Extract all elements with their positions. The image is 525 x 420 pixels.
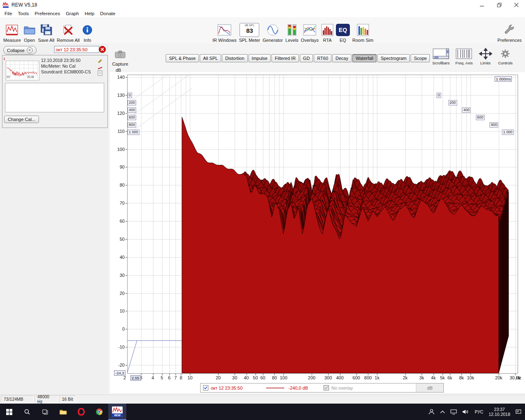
tab-waterfall[interactable]: Waterfall: [352, 54, 377, 62]
minimize-button[interactable]: [473, 0, 491, 10]
toolbar-room-sim[interactable]: Room Sim: [352, 19, 373, 43]
toolbar-label: Save All: [38, 38, 55, 43]
toolbar-label: RTA: [323, 38, 331, 43]
tab-decay[interactable]: Decay: [332, 54, 352, 62]
y-tick-label: 0: [108, 326, 125, 331]
y-tick-label: 100: [108, 147, 125, 152]
toolbar-open[interactable]: Open: [23, 19, 36, 43]
delete-measurement-button[interactable]: [99, 46, 106, 53]
rew-taskbar-button[interactable]: REW: [108, 404, 126, 420]
volume-icon[interactable]: [462, 409, 469, 414]
legend-checkbox[interactable]: [203, 385, 208, 390]
task-view-button[interactable]: [36, 404, 54, 420]
bottom-db-limit-box[interactable]: -24,3: [114, 370, 126, 376]
graph-tool-scrollbars[interactable]: Scrollbars: [432, 48, 450, 65]
trace-color-icon[interactable]: [98, 64, 103, 70]
time-tick-label-left: 200: [128, 100, 136, 105]
toolbar-measure[interactable]: Measure: [3, 19, 21, 43]
wrench-icon: [503, 22, 516, 38]
status-cell-1: 48000 Hz: [34, 395, 58, 403]
time-range-box[interactable]: 1 000ms: [495, 76, 512, 82]
change-cal-button[interactable]: Change Cal...: [4, 116, 39, 123]
eq-icon: EQ: [336, 22, 350, 38]
pencil-icon[interactable]: [98, 57, 103, 63]
toolbar-ir-windows[interactable]: IR Windows: [212, 19, 237, 43]
tab-rt60[interactable]: RT60: [314, 54, 331, 62]
tab-filtered-ir[interactable]: Filtered IR: [272, 54, 299, 62]
chrome-button[interactable]: [90, 404, 108, 420]
time-tick-label-right: 0: [436, 93, 441, 98]
toolbar-eq[interactable]: EQEQ: [336, 19, 350, 43]
main-toolbar: MeasureOpenSave AllRemove AllInfo IR Win…: [0, 17, 525, 44]
toolbar-overlays[interactable]: Overlays: [301, 19, 319, 43]
left-freq-limit-box[interactable]: 2,55: [130, 375, 141, 381]
x-tick-label: 20: [209, 375, 227, 380]
notes-area[interactable]: [5, 83, 104, 112]
display-icon[interactable]: [450, 409, 457, 415]
measure-icon: [6, 22, 18, 38]
waterfall-plot-canvas[interactable]: [110, 73, 525, 388]
toolbar-generator[interactable]: Generator: [262, 19, 283, 43]
measurement-name-input[interactable]: [54, 46, 99, 53]
collapse-button[interactable]: Collapse «: [3, 46, 37, 55]
tab-scope[interactable]: Scope: [411, 54, 430, 62]
tab-spectrogram[interactable]: Spectrogram: [377, 54, 410, 62]
opera-button[interactable]: [72, 404, 90, 420]
window-title: REW V5,18: [11, 2, 37, 8]
toolbar-save-all[interactable]: Save All: [38, 19, 55, 43]
legend-bar: окт 12 23:35:50 -240,0 dB No overlay dB: [200, 383, 444, 393]
toolbar-spl-meter[interactable]: dB SPL83SPL Meter: [239, 19, 260, 43]
graph-tool-limits[interactable]: Limits: [479, 48, 493, 65]
measurement-mic: Mic/Meter: No Cal: [41, 64, 96, 68]
close-button[interactable]: [508, 0, 525, 10]
time-tick-label-left: 800: [128, 122, 136, 128]
menu-file[interactable]: File: [2, 11, 15, 16]
scrollbars-icon: [433, 48, 449, 60]
start-button[interactable]: [0, 404, 18, 420]
status-bar: 73/124MB48000 Hz16 Bit: [0, 395, 525, 404]
measurement-index: 1: [3, 57, 5, 61]
measurement-thumbnail[interactable]: [6, 61, 39, 80]
toolbar-info[interactable]: Info: [82, 19, 93, 43]
spl-meter-display: dB SPL83: [240, 23, 259, 37]
menu-donate[interactable]: Donate: [97, 11, 118, 16]
info-icon: [82, 22, 93, 38]
legend-measurement-name: окт 12 23:35:50: [211, 386, 242, 390]
tab-spl-phase[interactable]: SPL & Phase: [166, 54, 199, 62]
menu-tools[interactable]: Tools: [15, 11, 32, 16]
collapse-chevron-icon: «: [27, 47, 33, 53]
menu-help[interactable]: Help: [82, 11, 97, 16]
toolbar-rta[interactable]: RTA: [321, 19, 333, 43]
tab-all-spl[interactable]: All SPL: [200, 54, 221, 62]
taskbar-clock[interactable]: 23:3712.10.2018: [488, 407, 510, 417]
restore-button[interactable]: [491, 0, 508, 10]
search-button[interactable]: [18, 404, 36, 420]
tab-distortion[interactable]: Distortion: [222, 54, 247, 62]
tab-impulse[interactable]: Impulse: [249, 54, 271, 62]
no-overlay-checkbox[interactable]: [324, 385, 329, 390]
legend-level: -240,0 dB: [288, 386, 308, 390]
language-indicator[interactable]: РУС: [475, 409, 483, 414]
time-tick-label-right: 800: [490, 122, 498, 128]
tab-gd[interactable]: GD: [300, 54, 313, 62]
toolbar-levels[interactable]: Levels: [285, 19, 299, 43]
toolbar-label: Overlays: [301, 38, 319, 43]
graph-tool-controls[interactable]: Controls: [498, 48, 513, 65]
action-center-icon[interactable]: [516, 409, 522, 415]
toolbar-label: Generator: [262, 38, 283, 43]
file-explorer-button[interactable]: [54, 404, 72, 420]
rta-icon: [321, 22, 333, 38]
menu-graph[interactable]: Graph: [63, 11, 82, 16]
x-tick-label: 400: [331, 375, 349, 380]
toolbar-preferences[interactable]: Preferences: [498, 19, 522, 43]
graph-tool-freq-axis[interactable]: Freq. Axis: [455, 48, 472, 65]
time-tick-label-left: 0: [128, 93, 132, 98]
menu-preferences[interactable]: Preferences: [32, 11, 63, 16]
toolbar-remove-all[interactable]: Remove All: [57, 19, 80, 43]
eq-icon: EQ: [336, 24, 350, 36]
measurement-soundcard: Soundcard: ECM8000-CS: [41, 69, 96, 74]
chevron-up-icon[interactable]: [440, 410, 445, 413]
notes-sheet-icon[interactable]: [98, 70, 103, 76]
capture-button[interactable]: [113, 49, 127, 60]
people-icon[interactable]: [428, 409, 435, 415]
